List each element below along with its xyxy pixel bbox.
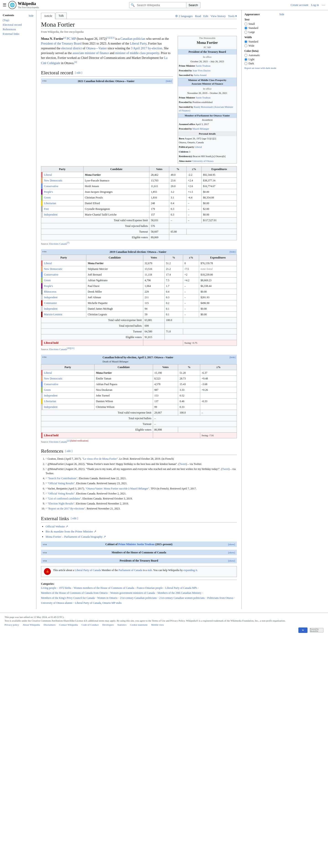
login-link[interactable]: Log in <box>311 3 319 7</box>
hamburger-icon[interactable]: ☰ <box>3 2 6 7</box>
ib-assumed-value: April 3, 2017 <box>195 123 209 125</box>
ib-subtitle: PC MP <box>178 45 237 49</box>
cat-uottawa-alumni[interactable]: University of Ottawa alumni <box>41 601 73 605</box>
ottawa-vanier-link[interactable]: Ottawa—Vanier <box>86 46 107 50</box>
footer-code-of-conduct[interactable]: Code of Conduct <box>82 623 99 626</box>
cat-franco-ontarian[interactable]: Franco-Ontarian people <box>137 586 163 590</box>
cat-living-people[interactable]: Living people <box>41 586 56 590</box>
footer-mobile[interactable]: Mobile view <box>151 623 164 626</box>
sidebar-item-electoral-record[interactable]: Electoral record <box>3 23 33 27</box>
cat-1972-births[interactable]: 1972 births <box>59 586 71 590</box>
footer-cookie[interactable]: Cookie statement <box>130 623 147 626</box>
byelection-link[interactable]: 3 April 2017 by-election <box>131 46 162 50</box>
total-rejected-row-2017: Total rejected ballots – <box>41 415 237 421</box>
tools-link[interactable]: Tools ▾ <box>228 14 237 18</box>
tab-article[interactable]: Article <box>41 13 55 19</box>
page-wrapper: Contents hide (Top) Electoral record Ref… <box>0 10 328 609</box>
color-light-option[interactable]: Light <box>244 58 284 61</box>
navbox-cabinet-show[interactable]: [show] <box>228 542 235 546</box>
cat-politicians-ottawa[interactable]: Politicians from Ottawa <box>207 596 234 600</box>
report-dark-mode-link[interactable]: Report an issue with dark mode <box>244 67 284 69</box>
sidebar-hide-link[interactable]: hide <box>29 14 33 18</box>
turnout-row-2017: Turnout – <box>41 421 237 427</box>
tab-talk[interactable]: Talk <box>56 12 67 19</box>
electoral-record-edit[interactable]: [ edit ] <box>75 71 82 75</box>
create-account-link[interactable]: Create account <box>291 3 308 7</box>
result-row-2019: Liberal hold Swing +3.75 <box>41 340 237 346</box>
election-2019-hide[interactable]: [hide] <box>229 250 236 254</box>
election-2021-hide[interactable]: [hide] <box>166 79 172 83</box>
footer-statistics[interactable]: Statistics <box>117 623 127 626</box>
election-table-2017-header: v·t·e Canadian federal by-election, Apri… <box>41 355 237 364</box>
associate-minister-link[interactable]: associate minister of finance <box>73 51 109 55</box>
election-table-2017: v·t·e Canadian federal by-election, Apri… <box>41 355 237 443</box>
election-2017-hide[interactable]: [hide] <box>229 355 236 364</box>
la-cite-link[interactable]: La Cité Collégiale <box>41 56 167 65</box>
ib-office1-dates: October 26, 2021 – July 26, 2023 <box>178 59 237 64</box>
footer-privacy[interactable]: Privacy policy <box>5 623 19 626</box>
canadian-politician-link[interactable]: Canadian politician <box>120 37 145 40</box>
table-row: Green Christian Proulx 1,8163.1-4.4$8,35… <box>41 195 237 200</box>
cat-privy-council[interactable]: Members of the King's Privy Council for … <box>41 596 95 600</box>
footer-about[interactable]: About Wikipedia <box>23 623 40 626</box>
search-input[interactable] <box>136 2 186 8</box>
edit-link[interactable]: Edit <box>203 14 209 18</box>
minister-prosperity-link[interactable]: minister of middle class prosperity <box>115 51 159 55</box>
cat-29th-ministry[interactable]: Members of the 29th Canadian Ministry <box>157 591 201 595</box>
cat-women-gov-ministers[interactable]: Women government ministers of Canada <box>110 591 155 595</box>
president-treasury-link[interactable]: President of the Treasury Board <box>41 42 82 45</box>
appearance-panel: Appearance hide Text Small Standard Larg… <box>242 10 287 609</box>
search-button[interactable]: Search <box>186 2 200 8</box>
footer-disclaimers[interactable]: Disclaimers <box>44 623 56 626</box>
total-valid-row: Total valid votes/Expense limit 58,031––… <box>41 218 237 223</box>
read-link[interactable]: Read <box>195 14 201 18</box>
cat-21c-canadian[interactable]: 21st-century Canadian politicians <box>120 596 157 600</box>
expanding-link[interactable]: expanding it <box>184 568 197 572</box>
sidebar-item-top[interactable]: (Top) <box>3 18 33 23</box>
election-2021-title: 2021 Canadian federal election: Ottawa—V… <box>78 79 135 83</box>
text-large-option[interactable]: Large <box>244 30 284 34</box>
pc-link[interactable]: PC <box>67 37 71 40</box>
sidebar-item-references[interactable]: References <box>3 27 33 32</box>
col-candidate-2019: Candidate <box>86 255 143 260</box>
navbox-mps-show[interactable]: [show] <box>228 551 235 555</box>
view-history-link[interactable]: View history <box>211 14 226 18</box>
electoral-district-link[interactable]: electoral district <box>61 46 82 50</box>
appearance-hide-link[interactable]: hide <box>279 13 284 16</box>
footer-contact[interactable]: Contact Wikipedia <box>59 623 78 626</box>
navbox-presidents-show[interactable]: [show] <box>228 559 235 563</box>
color-dark-option[interactable]: Dark <box>244 62 284 65</box>
cat-women-ontario[interactable]: Women in Ontario <box>97 596 117 600</box>
cat-21c-women[interactable]: 21st-century Canadian women politicians <box>159 596 205 600</box>
languages-link[interactable]: ⚙ 2 languages <box>175 14 193 18</box>
external-links-edit[interactable]: [ edit ] <box>71 516 78 520</box>
ib-preceded2-value: Position established <box>192 101 213 103</box>
electoral-record-title: Electoral record <box>41 69 73 76</box>
references-edit[interactable]: [ edit ] <box>65 449 73 453</box>
text-size-title: Text <box>244 18 284 21</box>
topbar-left: ☰ 🌐 Wikipedia The Free Encyclopedia <box>3 1 39 9</box>
width-wide-option[interactable]: Wide <box>244 44 284 48</box>
ib-personal: Personal details <box>178 131 237 136</box>
mp-link[interactable]: MP <box>72 37 76 40</box>
color-automatic-option[interactable]: Automatic <box>244 54 284 57</box>
footer-developers[interactable]: Developers <box>102 623 114 626</box>
cat-women-mps[interactable]: Women members of the House of Commons of… <box>74 586 134 590</box>
ib-pm1-label: Prime Minister <box>179 64 195 67</box>
sidebar-item-external-links[interactable]: External links <box>3 32 33 36</box>
cat-house-ontario[interactable]: Members of the House of Commons of Canad… <box>41 591 108 595</box>
cat-liberal-mps[interactable]: Liberal Party of Canada MPs <box>165 586 197 590</box>
official-website-link[interactable]: Official Website ↗ <box>46 525 68 528</box>
text-small-option[interactable]: Small <box>244 22 284 26</box>
text-standard-option[interactable]: Standard <box>244 26 284 30</box>
search-icon: 🔍 <box>129 2 136 8</box>
width-standard-option[interactable]: Standard <box>244 40 284 43</box>
cat-liberal-stubs[interactable]: Liberal Party of Canada, Ontario MP stub… <box>75 601 121 605</box>
election-table-2019-header: v·t·e 2019 Canadian federal election: Ot… <box>41 249 237 255</box>
parliament-bio-link[interactable]: Mona Fortier – Parliament of Canada biog… <box>46 535 106 538</box>
ref1: [1] <box>106 36 109 39</box>
liberal-party-link[interactable]: Liberal Party <box>130 42 146 45</box>
more-options-icon[interactable]: ⋯ <box>322 3 325 7</box>
ib-pm2-value: Justin Trudeau <box>196 96 211 99</box>
bio-pm-link[interactable]: Bio & mandate from the Prime Minister ↗ <box>46 530 97 533</box>
